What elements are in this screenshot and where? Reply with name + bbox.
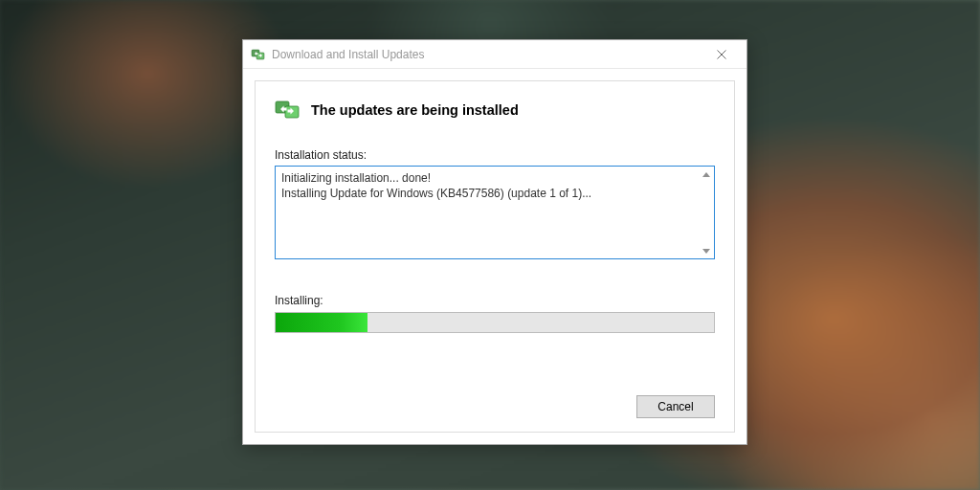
progress-bar xyxy=(275,312,715,333)
progress-section: Installing: xyxy=(275,294,715,333)
close-icon xyxy=(717,50,726,59)
close-button[interactable] xyxy=(702,43,741,66)
button-row: Cancel xyxy=(275,384,715,418)
heading-row: The updates are being installed xyxy=(275,99,715,122)
update-icon xyxy=(251,47,266,62)
content-wrap: The updates are being installed Installa… xyxy=(243,69,746,444)
window-title: Download and Install Updates xyxy=(272,48,702,61)
progress-label: Installing: xyxy=(275,294,715,307)
status-line: Installing Update for Windows (KB4577586… xyxy=(281,186,708,201)
installation-status-box[interactable]: Initializing installation... done! Insta… xyxy=(275,166,715,259)
update-dialog: Download and Install Updates The updat xyxy=(242,39,747,445)
cancel-button[interactable]: Cancel xyxy=(636,395,715,418)
installation-status-label: Installation status: xyxy=(275,148,715,162)
scroll-up-icon[interactable] xyxy=(701,168,712,180)
heading-text: The updates are being installed xyxy=(311,102,519,118)
scroll-down-icon[interactable] xyxy=(701,245,712,256)
progress-fill xyxy=(276,313,368,332)
titlebar[interactable]: Download and Install Updates xyxy=(243,40,746,69)
update-large-icon xyxy=(275,99,301,122)
status-line: Initializing installation... done! xyxy=(281,170,708,186)
content-panel: The updates are being installed Installa… xyxy=(255,80,735,433)
